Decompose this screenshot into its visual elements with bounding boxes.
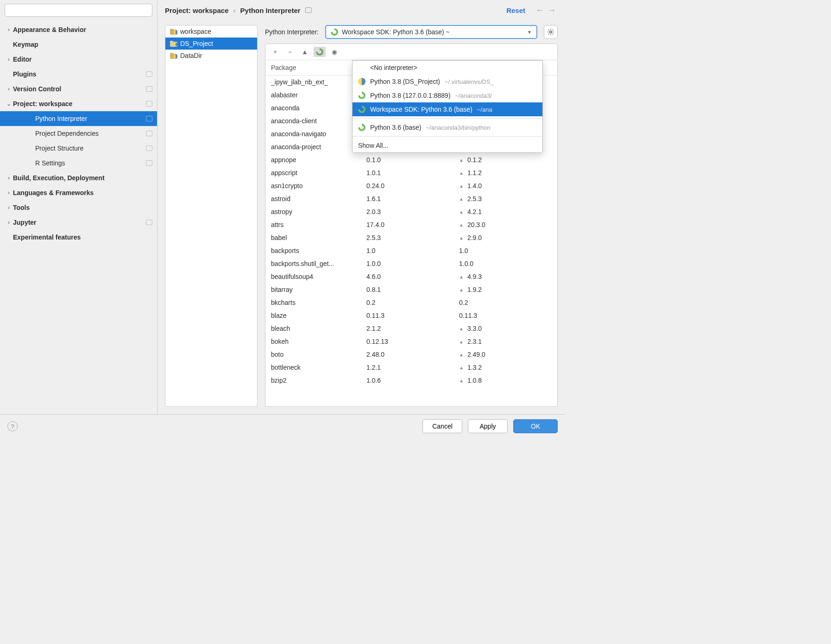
upgrade-available-icon: ▲ <box>459 196 464 202</box>
chevron-right-icon: › <box>5 26 13 33</box>
package-name: appnope <box>271 156 366 164</box>
interpreter-selected: Workspace SDK: Python 3.6 (base) ~ <box>342 28 450 36</box>
nav-item[interactable]: ›Version Control <box>0 82 157 96</box>
nav-item[interactable]: ›Build, Execution, Deployment <box>0 170 157 185</box>
spinner-icon <box>358 106 365 113</box>
table-row[interactable]: boto2.48.0▲2.49.0 <box>265 348 557 361</box>
table-row[interactable]: appscript1.0.1▲1.1.2 <box>265 166 557 179</box>
package-latest-value: 2.3.1 <box>467 338 482 345</box>
package-latest-value: 1.0.8 <box>467 377 482 384</box>
nav-item[interactable]: ›Jupyter <box>0 215 157 230</box>
package-version: 0.11.3 <box>366 312 459 319</box>
show-early-button[interactable]: ◉ <box>328 47 340 57</box>
module-badge-icon <box>146 116 152 121</box>
cancel-button[interactable]: Cancel <box>422 419 462 433</box>
tree-item[interactable]: workspace <box>165 25 257 38</box>
interpreter-combo[interactable]: Workspace SDK: Python 3.6 (base) ~ ▼ <box>325 25 537 39</box>
table-row[interactable]: bitarray0.8.1▲1.9.2 <box>265 283 557 296</box>
remove-package-button[interactable]: − <box>284 47 296 57</box>
nav-item[interactable]: Experimental features <box>0 230 157 245</box>
forward-icon[interactable]: → <box>548 6 556 15</box>
package-latest-value: 4.9.3 <box>467 273 482 280</box>
table-row[interactable]: asn1crypto0.24.0▲1.4.0 <box>265 179 557 192</box>
chevron-right-icon: › <box>5 189 13 196</box>
package-name: babel <box>271 234 366 241</box>
dropdown-show-all[interactable]: Show All... <box>353 139 542 152</box>
chevron-right-icon: › <box>5 86 13 92</box>
nav-item[interactable]: ⌄Project: workspace <box>0 96 157 111</box>
upgrade-available-icon: ▲ <box>459 170 464 176</box>
dropdown-item[interactable]: Python 3.8 (DS_Project)~/.virtualenvs/DS… <box>353 75 542 88</box>
table-row[interactable]: appnope0.1.0▲0.1.2 <box>265 153 557 166</box>
dropdown-separator <box>353 118 542 119</box>
dropdown-item[interactable]: Python 3.6 (base)~/anaconda3/bin/python <box>353 120 542 134</box>
package-name: astropy <box>271 208 366 215</box>
package-latest: 1.0.0 <box>459 260 552 267</box>
ok-button[interactable]: OK <box>513 419 558 433</box>
search-input[interactable] <box>5 4 152 17</box>
svg-point-2 <box>550 31 552 33</box>
svg-line-9 <box>548 34 549 35</box>
table-row[interactable]: bottleneck1.2.1▲1.3.2 <box>265 361 557 374</box>
nav-item[interactable]: R Settings <box>0 156 157 170</box>
nav-item[interactable]: ›Appearance & Behavior <box>0 22 157 37</box>
table-row[interactable]: backports.shutil_get...1.0.01.0.0 <box>265 257 557 270</box>
table-row[interactable]: attrs17.4.0▲20.3.0 <box>265 218 557 231</box>
dropdown-item-label: <No interpreter> <box>370 64 417 71</box>
add-package-button[interactable]: ＋ <box>269 47 281 57</box>
package-latest: ▲2.3.1 <box>459 338 552 345</box>
table-row[interactable]: astroid1.6.1▲2.5.3 <box>265 192 557 205</box>
dropdown-item[interactable]: Workspace SDK: Python 3.6 (base)~/ana <box>353 102 542 116</box>
interpreter-row: Python Interpreter: Workspace SDK: Pytho… <box>265 25 558 39</box>
interpreter-dropdown[interactable]: <No interpreter>Python 3.8 (DS_Project)~… <box>352 60 543 153</box>
table-row[interactable]: beautifulsoup44.6.0▲4.9.3 <box>265 270 557 283</box>
table-row[interactable]: bkcharts0.20.2 <box>265 296 557 309</box>
tree-item[interactable]: DS_Project <box>165 38 257 50</box>
svg-line-10 <box>553 30 554 31</box>
package-latest-value: 0.11.3 <box>459 312 477 319</box>
table-row[interactable]: bokeh0.12.13▲2.3.1 <box>265 335 557 348</box>
package-latest-value: 2.5.3 <box>467 195 482 202</box>
apply-button[interactable]: Apply <box>468 419 508 433</box>
dropdown-item[interactable]: Python 3.8 (127.0.0.1:8889)~/anaconda3/ <box>353 88 542 102</box>
package-name: bleach <box>271 325 366 332</box>
table-row[interactable]: blaze0.11.30.11.3 <box>265 309 557 322</box>
package-latest: ▲0.1.2 <box>459 156 552 164</box>
nav-item[interactable]: ›Languages & Frameworks <box>0 185 157 200</box>
table-row[interactable]: babel2.5.3▲2.9.0 <box>265 231 557 244</box>
dropdown-no-interpreter[interactable]: <No interpreter> <box>353 61 542 75</box>
tree-item-label: DataDir <box>180 52 202 59</box>
nav-item[interactable]: Project Structure <box>0 141 157 156</box>
package-version: 1.0.0 <box>366 260 459 267</box>
nav-item-label: Build, Execution, Deployment <box>13 174 105 182</box>
nav-item-label: Project Structure <box>35 145 83 152</box>
upgrade-package-button[interactable]: ▲ <box>299 47 311 57</box>
table-row[interactable]: bzip21.0.6▲1.0.8 <box>265 374 557 387</box>
nav-item[interactable]: Keymap <box>0 37 157 52</box>
table-row[interactable]: bleach2.1.2▲3.3.0 <box>265 322 557 335</box>
spinner-icon <box>358 92 365 99</box>
package-name: backports.shutil_get... <box>271 260 366 267</box>
settings-sidebar: ›Appearance & BehaviorKeymap›EditorPlugi… <box>0 0 157 414</box>
package-version: 1.6.1 <box>366 195 459 202</box>
tree-item[interactable]: DataDir <box>165 50 257 62</box>
help-button[interactable]: ? <box>7 421 18 431</box>
reset-button[interactable]: Reset <box>506 6 525 14</box>
nav-item[interactable]: ›Tools <box>0 200 157 215</box>
nav-item-label: Languages & Frameworks <box>13 189 94 196</box>
nav-item[interactable]: ›Editor <box>0 52 157 67</box>
nav-item[interactable]: Python Interpreter <box>0 111 157 126</box>
package-toolbar: ＋ − ▲ ◉ <box>265 44 557 60</box>
dropdown-item-path: ~/anaconda3/bin/python <box>426 124 491 131</box>
nav-item-label: Plugins <box>13 70 37 78</box>
table-row[interactable]: backports1.01.0 <box>265 244 557 257</box>
table-row[interactable]: astropy2.0.3▲4.2.1 <box>265 205 557 218</box>
nav-item-label: Editor <box>13 56 31 63</box>
nav-item[interactable]: Plugins <box>0 67 157 82</box>
crumb-page: Python Interpreter <box>240 6 301 14</box>
gear-button[interactable] <box>544 25 558 39</box>
back-icon[interactable]: ← <box>535 6 544 15</box>
conda-button[interactable] <box>314 47 326 57</box>
nav-item[interactable]: Project Dependencies <box>0 126 157 141</box>
spinner-icon <box>358 124 365 131</box>
